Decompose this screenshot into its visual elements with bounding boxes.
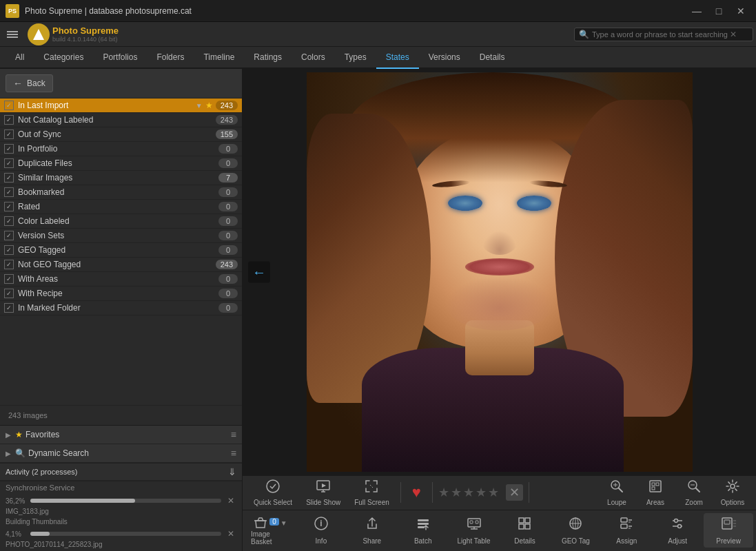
state-item-bookmarked[interactable]: ✓ Bookmarked 0 xyxy=(0,185,242,200)
state-item-duplicate-files[interactable]: ✓ Duplicate Files 0 xyxy=(0,156,242,171)
state-checkbox[interactable]: ✓ xyxy=(4,158,14,168)
minimize-button[interactable]: — xyxy=(687,4,706,18)
quick-select-icon xyxy=(265,479,280,497)
tab-timeline[interactable]: Timeline xyxy=(194,47,244,69)
state-checkbox[interactable]: ✓ xyxy=(4,101,14,110)
close-button[interactable]: ✕ xyxy=(731,4,750,18)
state-count: 0 xyxy=(218,289,238,298)
star-1[interactable]: ★ xyxy=(438,485,449,500)
tab-folders[interactable]: Folders xyxy=(147,47,194,69)
state-checkbox[interactable]: ✓ xyxy=(4,144,14,154)
light-table-button[interactable]: Light Table xyxy=(449,513,499,548)
tab-colors[interactable]: Colors xyxy=(292,47,335,69)
state-checkbox[interactable]: ✓ xyxy=(4,129,14,139)
geo-tag-button[interactable]: GEO Tag xyxy=(551,513,600,548)
tab-portfolios[interactable]: Portfolios xyxy=(93,47,147,69)
fullscreen-label: Full Screen xyxy=(354,499,389,506)
state-checkbox[interactable]: ✓ xyxy=(4,245,14,255)
state-count: 243 xyxy=(216,101,238,110)
search-input[interactable] xyxy=(592,30,730,39)
panel-menu-icon[interactable]: ≡ xyxy=(231,429,236,440)
star-4[interactable]: ★ xyxy=(476,485,487,500)
state-checkbox[interactable]: ✓ xyxy=(4,173,14,183)
progress-close-2[interactable]: ✕ xyxy=(225,529,236,539)
info-button[interactable]: i Info xyxy=(296,513,346,548)
star-icon: ★ xyxy=(205,101,213,110)
back-button[interactable]: ← Back xyxy=(6,74,53,92)
reject-button[interactable]: ✕ xyxy=(506,485,523,500)
state-item-rated[interactable]: ✓ Rated 0 xyxy=(0,200,242,214)
image-basket-button[interactable]: 0 ▼ Image Basket xyxy=(245,512,295,548)
state-item-with-recipe[interactable]: ✓ With Recipe 0 xyxy=(0,287,242,301)
details-button[interactable]: Details xyxy=(500,513,550,548)
star-rating[interactable]: ★ ★ ★ ★ ★ xyxy=(438,485,499,500)
adjust-button[interactable]: Adjust xyxy=(653,513,702,548)
tab-versions[interactable]: Versions xyxy=(419,47,470,69)
state-item-out-of-sync[interactable]: ✓ Out of Sync 155 xyxy=(0,127,242,142)
state-item-geo-tagged[interactable]: ✓ GEO Tagged 0 xyxy=(0,243,242,258)
state-checkbox[interactable]: ✓ xyxy=(4,202,14,211)
state-checkbox[interactable]: ✓ xyxy=(4,303,14,313)
state-checkbox[interactable]: ✓ xyxy=(4,187,14,197)
areas-button[interactable]: Areas xyxy=(637,476,673,509)
state-item-not-geo-tagged[interactable]: ✓ Not GEO Tagged 243 xyxy=(0,258,242,272)
activity-bar: Activity (2 processes) ⇓ xyxy=(0,463,242,481)
state-item-in-portfolio[interactable]: ✓ In Portfolio 0 xyxy=(0,142,242,156)
options-button[interactable]: Options xyxy=(715,476,750,509)
state-item-color-labeled[interactable]: ✓ Color Labeled 0 xyxy=(0,214,242,229)
panel-menu-icon[interactable]: ≡ xyxy=(231,448,236,459)
tab-details[interactable]: Details xyxy=(470,47,515,69)
star-5[interactable]: ★ xyxy=(488,485,499,500)
tab-ratings[interactable]: Ratings xyxy=(244,47,292,69)
state-checkbox[interactable]: ✓ xyxy=(4,216,14,226)
basket-count: 0 xyxy=(269,518,279,526)
svg-rect-26 xyxy=(418,519,429,521)
svg-point-49 xyxy=(675,519,678,523)
state-item-with-areas[interactable]: ✓ With Areas 0 xyxy=(0,272,242,287)
state-item-similar-images[interactable]: ✓ Similar Images 7 xyxy=(0,171,242,185)
loupe-button[interactable]: Loupe xyxy=(599,476,635,509)
state-item-in-marked-folder[interactable]: ✓ In Marked Folder 0 xyxy=(0,301,242,315)
share-button[interactable]: Share xyxy=(347,513,397,548)
bottom-panels: ▶ ★ Favorites ≡ ▶ 🔍 Dynamic Search ≡ xyxy=(0,425,242,463)
tab-states[interactable]: States xyxy=(376,47,419,69)
maximize-button[interactable]: □ xyxy=(709,4,728,18)
slideshow-button[interactable]: Slide Show xyxy=(300,476,346,509)
state-checkbox[interactable]: ✓ xyxy=(4,260,14,269)
panel-dynamic-search[interactable]: ▶ 🔍 Dynamic Search ≡ xyxy=(0,444,242,463)
nav-left-arrow[interactable]: ← xyxy=(248,262,270,283)
quick-select-button[interactable]: Quick Select xyxy=(248,476,298,509)
filename-1: IMG_3183.jpg xyxy=(6,508,49,515)
fullscreen-button[interactable]: Full Screen xyxy=(349,476,395,509)
preview-button[interactable]: Preview xyxy=(704,513,753,548)
activity-download-icon[interactable]: ⇓ xyxy=(228,466,236,477)
svg-rect-36 xyxy=(519,524,524,529)
panel-star-icon: ★ xyxy=(15,430,23,439)
state-checkbox[interactable]: ✓ xyxy=(4,115,14,125)
state-item-version-sets[interactable]: ✓ Version Sets 0 xyxy=(0,229,242,243)
state-item-not-catalog-labeled[interactable]: ✓ Not Catalog Labeled 243 xyxy=(0,113,242,127)
state-label: Rated xyxy=(18,202,218,211)
heart-button[interactable]: ♥ xyxy=(407,484,427,501)
hamburger-menu-button[interactable] xyxy=(3,25,22,44)
state-checkbox[interactable]: ✓ xyxy=(4,274,14,284)
photo-area: ← xyxy=(243,69,756,475)
zoom-button[interactable]: Zoom xyxy=(676,476,712,509)
state-count: 243 xyxy=(216,115,238,125)
svg-marker-10 xyxy=(322,484,326,488)
batch-button[interactable]: Batch xyxy=(398,513,448,548)
assign-button[interactable]: Assign xyxy=(602,513,651,548)
progress-close-1[interactable]: ✕ xyxy=(225,496,236,506)
tab-types[interactable]: Types xyxy=(335,47,376,69)
search-clear-icon[interactable]: ✕ xyxy=(730,30,737,39)
state-checkbox[interactable]: ✓ xyxy=(4,289,14,298)
tab-all[interactable]: All xyxy=(6,47,34,69)
state-item-in-last-import[interactable]: ✓ In Last Import ▼ ★ 243 xyxy=(0,98,242,113)
tab-categories[interactable]: Categories xyxy=(34,47,93,69)
state-checkbox[interactable]: ✓ xyxy=(4,231,14,240)
app-logo: Photo Supreme build 4.1.0.1440 (64 bit) xyxy=(28,23,119,45)
star-3[interactable]: ★ xyxy=(463,485,474,500)
panel-favorites[interactable]: ▶ ★ Favorites ≡ xyxy=(0,426,242,444)
star-2[interactable]: ★ xyxy=(451,485,462,500)
search-box[interactable]: 🔍 ✕ xyxy=(574,28,753,41)
